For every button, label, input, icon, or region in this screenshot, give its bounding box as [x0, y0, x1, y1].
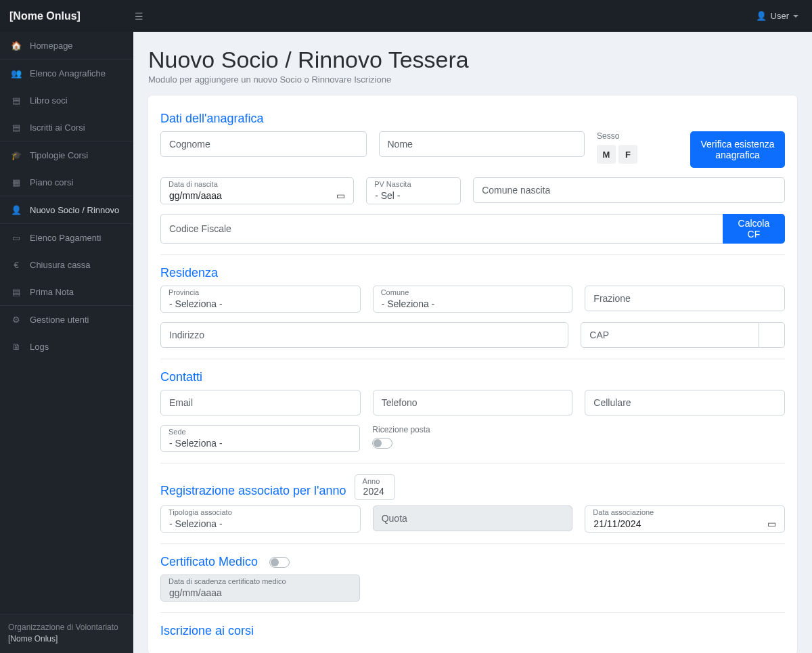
sidebar-item-label: Homepage — [30, 41, 73, 51]
sidebar-item-logs[interactable]: 🗎 Logs — [0, 333, 133, 360]
codice-fiscale-input[interactable] — [160, 214, 723, 244]
section-title-contatti: Contatti — [160, 370, 785, 384]
book-icon: ▤ — [11, 95, 22, 106]
nome-input[interactable] — [379, 131, 585, 157]
sidebar-item-elenco-pagamenti[interactable]: ▭ Elenco Pagamenti — [0, 224, 133, 251]
users-icon: 👥 — [11, 68, 22, 78]
pv-nascita-select[interactable]: - Sel - — [366, 177, 461, 204]
sidebar-item-libro-soci[interactable]: ▤ Libro soci — [0, 87, 133, 114]
sidebar-item-gestione-utenti[interactable]: ⚙ Gestione utenti — [0, 306, 133, 333]
sede-select[interactable]: - Seleziona - — [160, 425, 360, 452]
data-nascita-input[interactable]: gg/mm/aaaa ▭ — [160, 177, 354, 204]
divider — [160, 254, 785, 255]
sidebar-footer-line2: [Nome Onlus] — [8, 633, 125, 645]
calendar-icon: ▦ — [11, 177, 22, 187]
euro-icon: € — [11, 259, 22, 270]
main-content: Nuovo Socio / Rinnovo Tessera Modulo per… — [133, 32, 812, 653]
divider — [160, 359, 785, 359]
certificato-switch[interactable] — [269, 557, 290, 568]
sidebar-item-chiusura-cassa[interactable]: € Chiusura cassa — [0, 251, 133, 278]
comune-nascita-input[interactable] — [473, 177, 785, 203]
user-label: User — [771, 11, 789, 21]
sidebar-item-prima-nota[interactable]: ▤ Prima Nota — [0, 278, 133, 305]
sidebar-item-label: Gestione utenti — [30, 315, 89, 325]
cap-lookup-button[interactable] — [759, 322, 785, 348]
anno-input[interactable] — [355, 474, 395, 500]
file-icon: 🗎 — [11, 341, 22, 352]
sidebar-item-label: Logs — [30, 342, 49, 352]
provincia-select[interactable]: - Seleziona - — [160, 286, 361, 313]
sidebar-item-label: Piano corsi — [30, 177, 73, 187]
gear-icon: ⚙ — [11, 314, 22, 325]
tipologia-associato-select[interactable]: - Seleziona - — [160, 505, 361, 533]
calcola-cf-button[interactable]: Calcola CF — [723, 214, 785, 244]
sidebar-item-label: Nuovo Socio / Rinnovo — [30, 205, 119, 215]
form-card: Dati dell'anagrafica Sesso M F Verifica … — [148, 95, 797, 653]
sidebar-footer-line1: Organizzazione di Volontariato — [8, 622, 125, 633]
sidebar-item-label: Tipologie Corsi — [30, 150, 88, 160]
ricezione-posta-label: Ricezione posta — [372, 425, 508, 434]
sidebar-item-label: Elenco Anagrafiche — [30, 68, 106, 78]
list-icon: ▤ — [11, 122, 22, 133]
cap-input[interactable] — [581, 322, 759, 348]
section-title-anagrafica: Dati dell'anagrafica — [160, 112, 785, 126]
user-icon: 👤 — [756, 11, 767, 21]
calendar-icon: ▭ — [767, 518, 776, 529]
sesso-label: Sesso — [597, 131, 678, 141]
cellulare-input[interactable] — [585, 390, 785, 415]
data-associazione-input[interactable]: 21/11/2024 ▭ — [585, 505, 785, 533]
verify-anagrafica-button[interactable]: Verifica esistenza anagrafica — [690, 131, 785, 168]
divider — [160, 463, 785, 464]
sidebar-item-homepage[interactable]: 🏠 Homepage — [0, 32, 133, 59]
page-subtitle: Modulo per aggiungere un nuovo Socio o R… — [148, 74, 797, 85]
sidebar-item-elenco-anagrafiche[interactable]: 👥 Elenco Anagrafiche — [0, 60, 133, 87]
section-title-registrazione: Registrazione associato per l'anno — [160, 484, 346, 498]
sidebar-item-label: Iscritti ai Corsi — [30, 122, 85, 133]
quota-input — [373, 505, 573, 531]
email-input[interactable] — [160, 390, 361, 415]
hamburger-icon: ☰ — [135, 11, 143, 22]
ricezione-posta-switch[interactable] — [372, 438, 392, 449]
sesso-f-button[interactable]: F — [618, 145, 637, 164]
sidebar-item-label: Prima Nota — [30, 287, 74, 297]
section-title-certificato: Certificato Medico — [160, 555, 785, 569]
calendar-icon: ▭ — [336, 190, 345, 201]
user-menu[interactable]: 👤 User — [742, 11, 812, 21]
sidebar-item-piano-corsi[interactable]: ▦ Piano corsi — [0, 168, 133, 196]
sidebar-item-label: Libro soci — [30, 95, 68, 106]
section-title-residenza: Residenza — [160, 266, 785, 280]
scadenza-certificato-input — [160, 575, 360, 602]
divider — [160, 543, 785, 544]
brand-label: [Nome Onlus] — [0, 0, 133, 32]
user-plus-icon: 👤 — [11, 204, 22, 215]
telefono-input[interactable] — [373, 390, 573, 415]
top-bar: [Nome Onlus] ☰ 👤 User — [0, 0, 812, 32]
frazione-input[interactable] — [585, 286, 785, 311]
sesso-m-button[interactable]: M — [597, 145, 616, 164]
sidebar-footer: Organizzazione di Volontariato [Nome Onl… — [0, 614, 133, 653]
sidebar-item-label: Chiusura cassa — [30, 260, 91, 270]
graduation-icon: 🎓 — [11, 150, 22, 160]
indirizzo-input[interactable] — [160, 322, 568, 348]
home-icon: 🏠 — [11, 40, 22, 51]
divider — [160, 612, 785, 613]
note-icon: ▤ — [11, 286, 22, 297]
comune-select[interactable]: - Seleziona - — [373, 286, 573, 313]
sidebar-toggle-button[interactable]: ☰ — [133, 11, 160, 22]
section-title-iscrizione: Iscrizione ai corsi — [160, 624, 785, 638]
cognome-input[interactable] — [160, 131, 367, 157]
chevron-down-icon — [793, 15, 798, 18]
sidebar-item-tipologie-corsi[interactable]: 🎓 Tipologie Corsi — [0, 141, 133, 168]
sidebar: 🏠 Homepage 👥 Elenco Anagrafiche ▤ Libro … — [0, 32, 133, 653]
sidebar-item-nuovo-socio[interactable]: 👤 Nuovo Socio / Rinnovo — [0, 196, 133, 223]
sidebar-item-label: Elenco Pagamenti — [30, 233, 102, 243]
credit-card-icon: ▭ — [11, 232, 22, 243]
sidebar-item-iscritti-corsi[interactable]: ▤ Iscritti ai Corsi — [0, 114, 133, 141]
page-title: Nuovo Socio / Rinnovo Tessera — [148, 47, 797, 73]
